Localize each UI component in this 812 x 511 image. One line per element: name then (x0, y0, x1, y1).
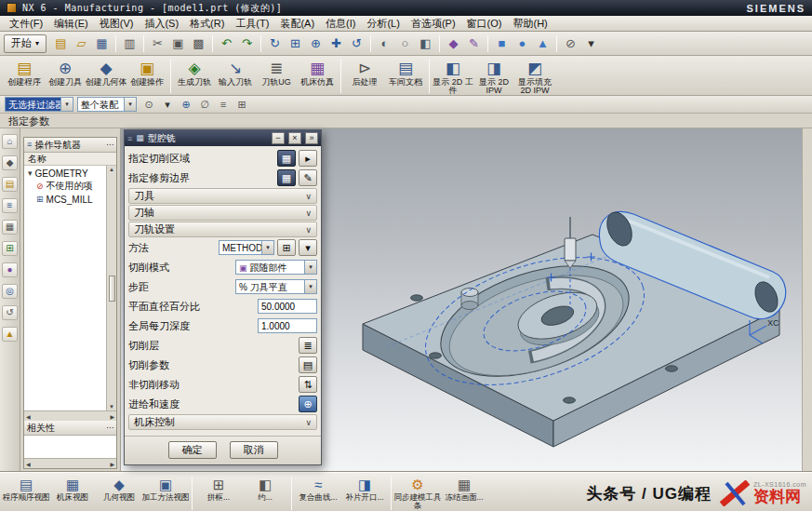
tool-axis-section-header[interactable]: 刀轴 ∨ (128, 205, 317, 221)
menu-item-10[interactable]: 首选项(P) (406, 16, 461, 32)
menu-item-2[interactable]: 编辑(E) (48, 16, 94, 32)
hd3d-tools-button[interactable]: ● (2, 262, 18, 277)
cut-pattern-combo[interactable]: ▣ 跟随部件 ▾ (235, 260, 317, 275)
selection-scope-combo[interactable]: 整个装配 ▾ (77, 97, 137, 112)
title-bar[interactable]: NX 6 - Manufacturing - [model1.prt (修改的)… (0, 0, 812, 16)
edit-trim-boundary-button[interactable]: ✎ (299, 169, 317, 186)
detach-button[interactable]: » (305, 132, 318, 144)
freeze-frame-button[interactable]: ▦冻结画面... (441, 475, 487, 510)
geometry-view-button[interactable]: ◆几何视图 (96, 475, 142, 510)
hide-button[interactable]: ⊘ (561, 34, 580, 53)
machine-control-section-header[interactable]: 机床控制 ∨ (128, 414, 317, 430)
datum-button[interactable]: ◆ (444, 34, 463, 53)
combo-arrow-icon[interactable]: ▾ (124, 98, 136, 111)
ok-button[interactable]: 确定 (168, 441, 217, 459)
machining-method-view-button[interactable]: ▣加工方法视图 (142, 475, 189, 510)
create-operation-button[interactable]: ▣创建操作 (126, 58, 167, 96)
dependencies-header[interactable]: 相关性 ⋯ (24, 421, 116, 436)
non-cutting-moves-button[interactable]: ⇅ (299, 376, 317, 393)
zoom-button[interactable]: ⊕ (306, 34, 326, 53)
scroll-right-icon[interactable]: ▶ (110, 461, 114, 467)
machine-navigator-button[interactable]: ▦ (2, 220, 18, 235)
machine-tool-view-button[interactable]: ▦机床视图 (49, 475, 96, 510)
horizontal-scrollbar[interactable]: ◀ ▶ (24, 458, 116, 468)
scroll-left-icon[interactable]: ◀ (26, 413, 31, 420)
part-navigator-button[interactable]: ▤ (2, 177, 18, 192)
operation-navigator-button[interactable]: ≡ (2, 198, 18, 213)
close-icon[interactable]: × (288, 132, 301, 144)
cut-levels-button[interactable]: ≣ (299, 337, 317, 354)
measure-button[interactable]: ∅ (196, 97, 213, 112)
copy-button[interactable]: ▣ (168, 34, 188, 53)
create-geometry-button[interactable]: ◆创建几何体 (86, 58, 126, 96)
postprocess-button[interactable]: ⊳后处理 (344, 58, 385, 96)
show-filled-2d-ipw-button[interactable]: ◩显示填充 2D IPW (514, 58, 555, 96)
composite-curve-button[interactable]: ≈复合曲线... (295, 475, 341, 510)
save-button[interactable]: ▦ (92, 34, 112, 53)
start-button[interactable]: 开始 ▾ (4, 34, 47, 53)
sketch-button[interactable]: ✎ (464, 34, 484, 53)
select-cut-area-button[interactable]: ▦ (277, 150, 296, 167)
path-settings-section-header[interactable]: 刀轨设置 ∨ (128, 222, 317, 237)
minimize-button[interactable]: − (272, 132, 285, 144)
constraint-navigator-button[interactable]: ◆ (2, 155, 18, 170)
refresh-button[interactable]: ↻ (265, 34, 285, 53)
percent-flat-input[interactable] (258, 299, 317, 314)
menu-item-3[interactable]: 视图(V) (94, 16, 140, 32)
stepover-combo[interactable]: % 刀具平直 ▾ (235, 279, 317, 294)
synchronous-modeling-button[interactable]: ⚙同步建模工具条 (394, 475, 441, 510)
horizontal-scrollbar[interactable]: ◀ ▶ (24, 410, 116, 421)
constraint-button[interactable]: ◧约... (242, 475, 288, 510)
drag-handle-icon[interactable]: ≡ (127, 134, 132, 143)
snap-point-button[interactable]: ⊙ (140, 97, 157, 112)
cut-button[interactable]: ✂ (148, 34, 167, 53)
assembly-navigator-button[interactable]: ⌂ (2, 134, 18, 149)
create-program-button[interactable]: ▤创建程序 (4, 58, 45, 96)
menu-item-5[interactable]: 格式(R) (184, 16, 230, 32)
input-toolpath-button[interactable]: ↘输入刀轨 (215, 58, 256, 96)
create-tool-button[interactable]: ⊕创建刀具 (45, 58, 86, 96)
menu-item-9[interactable]: 分析(L) (361, 16, 405, 32)
navigator-column-header[interactable]: 名称 (24, 153, 116, 166)
pan-button[interactable]: ✚ (326, 34, 346, 53)
more-commands-button[interactable]: ▾ (581, 34, 601, 53)
selection-filter-combo[interactable]: 无选择过滤器 ▾ (5, 97, 73, 112)
vertical-scrollbar[interactable]: ▲ ▼ (106, 166, 116, 410)
machine-simulation-button[interactable]: ▦机床仿真 (297, 58, 338, 96)
geometry-node[interactable]: ▾GEOMETRY (24, 167, 106, 180)
program-order-view-button[interactable]: ▤程序顺序视图 (3, 475, 49, 510)
print-button[interactable]: ▥ (120, 34, 140, 53)
wireframe-button[interactable]: ○ (395, 34, 415, 53)
cancel-button[interactable]: 取消 (230, 441, 278, 459)
redo-button[interactable]: ↷ (237, 34, 257, 53)
web-browser-button[interactable]: ◎ (2, 284, 18, 299)
dialog-title-bar[interactable]: ≡ ▦ 型腔铣 − × » (125, 130, 321, 146)
list-toolpath-button[interactable]: ≣刀轨UG (256, 58, 297, 96)
revolve-button[interactable]: ● (512, 34, 532, 53)
combo-arrow-icon[interactable]: ▾ (304, 261, 316, 274)
frame-button[interactable]: ⊞拼框... (195, 475, 242, 510)
more-icon[interactable]: ⋯ (106, 424, 113, 432)
menu-item-8[interactable]: 信息(I) (320, 16, 361, 32)
open-button[interactable]: ▱ (72, 34, 91, 53)
menu-item-12[interactable]: 帮助(H) (507, 16, 552, 32)
scrollbar-thumb[interactable] (109, 276, 115, 302)
menu-item-11[interactable]: 窗口(O) (461, 16, 508, 32)
scroll-up-icon[interactable]: ▲ (109, 167, 114, 172)
fit-view-button[interactable]: ⊞ (286, 34, 305, 53)
roles-button[interactable]: ▲ (2, 327, 18, 342)
shop-documentation-button[interactable]: ▤车间文档 (385, 58, 426, 96)
combo-arrow-icon[interactable]: ▾ (261, 241, 273, 254)
combo-arrow-icon[interactable]: ▾ (60, 98, 73, 111)
menu-item-6[interactable]: 工具(T) (230, 16, 274, 32)
show-2d-ipw-button[interactable]: ◨显示 2D IPW (473, 58, 514, 96)
unused-items-node[interactable]: ⊘不使用的项 (24, 180, 106, 193)
menu-item-4[interactable]: 插入(S) (139, 16, 184, 32)
scroll-down-icon[interactable]: ▼ (109, 404, 114, 410)
feeds-speeds-button[interactable]: ⊕ (299, 396, 317, 412)
mcs-mill-node[interactable]: ⊞MCS_MILL (24, 193, 106, 206)
combo-arrow-icon[interactable]: ▾ (304, 280, 316, 293)
scroll-right-icon[interactable]: ▶ (110, 413, 114, 420)
edit-method-button[interactable]: ▾ (299, 239, 317, 256)
menu-item-1[interactable]: 文件(F) (4, 16, 48, 32)
